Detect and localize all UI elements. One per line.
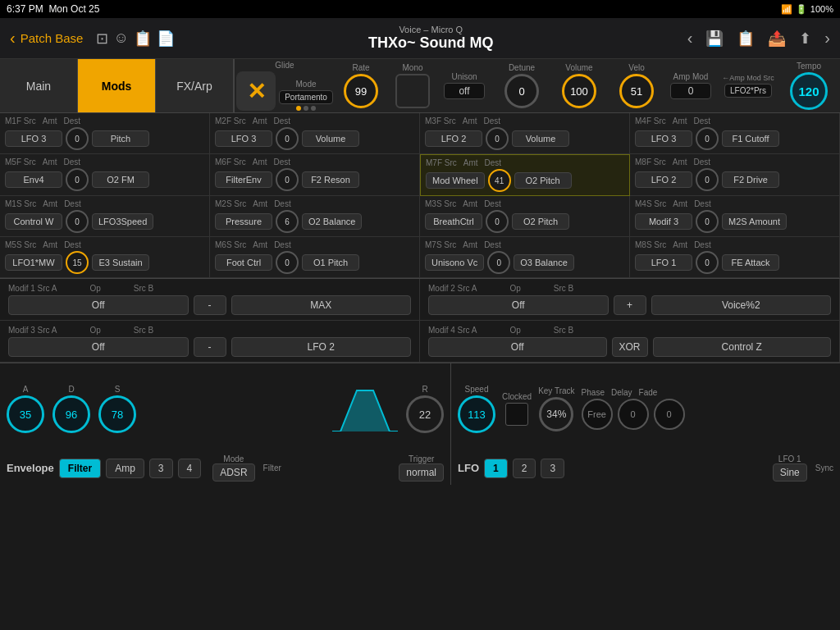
- m4f-amt[interactable]: 0: [696, 127, 719, 150]
- env-mode-value[interactable]: ADSR: [212, 463, 254, 482]
- modif4-srca[interactable]: Off: [428, 337, 607, 357]
- m6s-amt[interactable]: 0: [276, 251, 299, 274]
- share-icon[interactable]: 📤: [768, 30, 786, 48]
- m7f-amt[interactable]: 41: [488, 169, 511, 192]
- lfo-speed-knob[interactable]: 113: [458, 395, 495, 433]
- m7s-src[interactable]: Unisono Vc: [425, 254, 484, 271]
- m4s-amt[interactable]: 0: [696, 210, 719, 233]
- m5f-dest[interactable]: O2 FM: [92, 171, 149, 188]
- modif1-srca[interactable]: Off: [8, 295, 189, 315]
- m8s-src[interactable]: LFO 1: [635, 254, 692, 271]
- m3s-src[interactable]: BreathCtrl: [425, 213, 482, 230]
- m7s-amt[interactable]: 0: [487, 251, 510, 274]
- m3f-dest[interactable]: Volume: [512, 130, 569, 147]
- m3s-dest[interactable]: O2 Pitch: [512, 213, 569, 230]
- velo-knob[interactable]: 51: [619, 74, 654, 108]
- lfo-delay-knob[interactable]: 0: [618, 399, 649, 430]
- rate-knob[interactable]: 99: [344, 74, 378, 108]
- modif2-srcb[interactable]: Voice%2: [651, 295, 832, 315]
- m2f-amt[interactable]: 0: [276, 127, 299, 150]
- volume-knob[interactable]: 100: [562, 74, 596, 108]
- m6f-dest[interactable]: F2 Reson: [302, 171, 359, 188]
- modif3-srcb[interactable]: LFO 2: [231, 337, 412, 357]
- mono-button[interactable]: [395, 74, 430, 108]
- unison-value[interactable]: off: [444, 83, 485, 99]
- m8s-dest[interactable]: FE Attack: [722, 254, 779, 271]
- next-icon[interactable]: ›: [824, 29, 830, 48]
- m1s-dest[interactable]: LFO3Speed: [92, 213, 153, 230]
- amp-mod-value[interactable]: 0: [670, 83, 711, 99]
- trigger-value[interactable]: normal: [399, 463, 444, 482]
- m3f-amt[interactable]: 0: [486, 127, 509, 150]
- env-tab-amp[interactable]: Amp: [106, 459, 144, 478]
- amp-mod-src-value[interactable]: LFO2*Prs: [724, 84, 772, 98]
- portamento-value[interactable]: Portamento: [279, 90, 333, 104]
- m7f-dest[interactable]: O2 Pitch: [514, 172, 572, 189]
- m7s-dest[interactable]: O3 Balance: [514, 254, 573, 271]
- lfo-fade-knob[interactable]: 0: [654, 399, 685, 430]
- env-tab-4[interactable]: 4: [178, 459, 202, 478]
- modif4-srcb[interactable]: Control Z: [653, 337, 832, 357]
- modif2-op[interactable]: +: [614, 295, 646, 315]
- tab-fxarp[interactable]: FX/Arp: [156, 59, 234, 112]
- m1f-amt[interactable]: 0: [66, 127, 89, 150]
- m5f-src[interactable]: Env4: [5, 171, 62, 188]
- m2f-src[interactable]: LFO 3: [215, 130, 272, 147]
- env-s-knob[interactable]: 78: [98, 395, 136, 433]
- tab-main[interactable]: Main: [0, 59, 78, 112]
- m2s-dest[interactable]: O2 Balance: [302, 213, 362, 230]
- m2s-amt[interactable]: 6: [276, 210, 299, 233]
- detune-knob[interactable]: 0: [504, 74, 539, 108]
- m8f-amt[interactable]: 0: [696, 168, 719, 191]
- m8f-src[interactable]: LFO 2: [635, 171, 692, 188]
- m5s-dest[interactable]: E3 Sustain: [92, 254, 149, 271]
- m3f-src[interactable]: LFO 2: [425, 130, 482, 147]
- env-a-knob[interactable]: 35: [7, 395, 44, 433]
- nav-icon-2[interactable]: ☺: [113, 30, 128, 47]
- lfo-tab-3[interactable]: 3: [541, 459, 564, 478]
- prev-icon[interactable]: ‹: [687, 29, 693, 48]
- m5s-src[interactable]: LFO1*MW: [5, 254, 62, 271]
- m4f-src[interactable]: LFO 3: [635, 130, 692, 147]
- m4s-dest[interactable]: M2S Amount: [722, 213, 787, 230]
- env-r-knob[interactable]: 22: [406, 395, 444, 433]
- m5s-amt[interactable]: 15: [66, 251, 89, 274]
- m8s-amt[interactable]: 0: [696, 251, 719, 274]
- copy-icon[interactable]: 📋: [737, 30, 755, 48]
- m1f-src[interactable]: LFO 3: [5, 130, 62, 147]
- m2f-dest[interactable]: Volume: [302, 130, 359, 147]
- m2s-src[interactable]: Pressure: [215, 213, 272, 230]
- modif3-srca[interactable]: Off: [8, 337, 189, 357]
- tab-mods[interactable]: Mods: [78, 59, 156, 112]
- tempo-knob[interactable]: 120: [790, 72, 828, 110]
- clocked-checkbox[interactable]: [505, 403, 528, 426]
- env-tab-3[interactable]: 3: [149, 459, 173, 478]
- modif1-op[interactable]: -: [194, 295, 226, 315]
- m4f-dest[interactable]: F1 Cutoff: [722, 130, 779, 147]
- m6f-src[interactable]: FilterEnv: [215, 171, 272, 188]
- env-tab-filter[interactable]: Filter: [59, 459, 101, 478]
- m1s-src[interactable]: Control W: [5, 213, 62, 230]
- modif2-srca[interactable]: Off: [428, 295, 609, 315]
- lfo-keytrack-knob[interactable]: 34%: [539, 397, 573, 431]
- env-d-knob[interactable]: 96: [52, 395, 90, 433]
- modif3-op[interactable]: -: [194, 337, 226, 357]
- m4s-src[interactable]: Modif 3: [635, 213, 692, 230]
- m8f-dest[interactable]: F2 Drive: [722, 171, 779, 188]
- modif4-op[interactable]: XOR: [612, 337, 648, 357]
- m1f-dest[interactable]: Pitch: [92, 130, 149, 147]
- m6s-dest[interactable]: O1 Pitch: [302, 254, 359, 271]
- m5f-amt[interactable]: 0: [66, 168, 89, 191]
- m1s-amt[interactable]: 0: [66, 210, 89, 233]
- glide-x-button[interactable]: ✕: [236, 71, 276, 111]
- nav-icon-1[interactable]: ⊡: [96, 30, 108, 48]
- lfo-phase-knob[interactable]: Free: [582, 399, 613, 430]
- export-icon[interactable]: ⬆: [799, 30, 811, 48]
- modif1-srcb[interactable]: MAX: [231, 295, 412, 315]
- m6s-src[interactable]: Foot Ctrl: [215, 254, 272, 271]
- lfo1-shape[interactable]: Sine: [773, 463, 807, 482]
- m3s-amt[interactable]: 0: [486, 210, 509, 233]
- nav-icon-3[interactable]: 📋: [134, 30, 152, 48]
- lfo-tab-2[interactable]: 2: [513, 459, 536, 478]
- nav-back[interactable]: ‹ Patch Base ⊡ ☺ 📋 📄: [10, 29, 175, 48]
